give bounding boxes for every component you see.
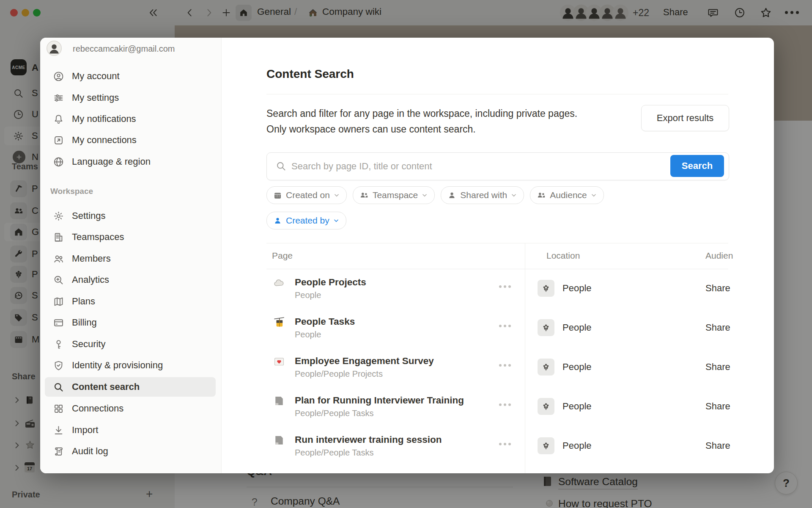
menu-item-plans[interactable]: Plans	[40, 292, 221, 311]
map-icon	[52, 295, 65, 308]
bell-icon	[52, 113, 65, 125]
grid-icon	[52, 402, 65, 415]
chevron-down-icon	[333, 218, 339, 224]
search-input[interactable]	[291, 153, 681, 180]
menu-item-content-search[interactable]: Content search	[40, 378, 221, 396]
menu-item-my-connections[interactable]: My connections	[40, 131, 221, 149]
menu-item-connections[interactable]: Connections	[40, 399, 221, 418]
table-row[interactable]: Plan for Running Interviewer Training Pe…	[266, 387, 774, 426]
scroll-icon	[52, 445, 65, 458]
people-icon	[52, 252, 65, 265]
menu-item-language-region[interactable]: Language & region	[40, 152, 221, 171]
account-avatar	[47, 41, 62, 56]
cable-car-icon	[273, 316, 285, 329]
menu-item-analytics[interactable]: Analytics	[40, 271, 221, 289]
search-icon	[275, 160, 287, 172]
table-row[interactable]: Run interviewer training session People/…	[266, 426, 774, 466]
person-circle-icon	[52, 70, 65, 83]
gear-icon	[52, 210, 65, 222]
filter-created-by[interactable]: Created by	[266, 212, 346, 229]
column-header-location: Location	[546, 251, 580, 261]
search-icon	[52, 381, 65, 393]
chevron-down-icon	[591, 192, 597, 198]
settings-modal: rebeccamcakir@gmail.com My account My se…	[40, 38, 774, 473]
person-icon	[447, 191, 456, 200]
menu-item-import[interactable]: Import	[40, 421, 221, 439]
credit-card-icon	[52, 316, 65, 329]
globe-icon	[52, 155, 65, 168]
calendar-icon	[273, 191, 282, 200]
page-title: Content Search	[266, 67, 728, 81]
gray-page-icon	[273, 434, 285, 447]
key-icon	[52, 338, 65, 351]
row-more-options-icon[interactable]	[499, 285, 511, 288]
menu-item-audit-log[interactable]: Audit log	[40, 442, 221, 461]
sliders-icon	[52, 91, 65, 104]
people-icon	[537, 190, 546, 200]
content-search-bar	[266, 152, 729, 180]
teamspace-flower-icon	[538, 398, 554, 415]
teamspace-flower-icon	[538, 359, 554, 375]
menu-item-settings[interactable]: Settings	[40, 207, 221, 225]
arrow-up-right-box-icon	[52, 134, 65, 146]
row-more-options-icon[interactable]	[499, 325, 511, 327]
column-header-page: Page	[272, 251, 293, 261]
settings-sidebar: rebeccamcakir@gmail.com My account My se…	[40, 38, 222, 473]
teamspace-flower-icon	[538, 280, 554, 297]
menu-item-my-settings[interactable]: My settings	[40, 88, 221, 107]
menu-item-identity-provisioning[interactable]: Identity & provisioning	[40, 356, 221, 375]
chevron-down-icon	[511, 192, 517, 198]
page-description: Search and filter for any page in the wo…	[266, 106, 689, 137]
menu-item-teamspaces[interactable]: Teamspaces	[40, 228, 221, 246]
teamspace-flower-icon	[538, 319, 554, 336]
download-icon	[52, 424, 65, 436]
settings-content: Content Search Search and filter for any…	[221, 38, 774, 473]
chevron-down-icon	[422, 192, 428, 198]
shield-check-icon	[52, 359, 65, 372]
filter-shared-with[interactable]: Shared with	[441, 186, 524, 204]
menu-item-my-notifications[interactable]: My notifications	[40, 110, 221, 128]
divider	[266, 94, 728, 94]
person-icon	[273, 216, 282, 225]
table-top-border	[266, 243, 728, 243]
teamspace-flower-icon	[538, 437, 554, 454]
gray-page-icon	[273, 395, 285, 407]
menu-item-security[interactable]: Security	[40, 335, 221, 353]
table-row[interactable]: People Tasks People People Share	[266, 308, 774, 348]
workspace-section-header: Workspace	[50, 187, 93, 196]
love-letter-icon	[273, 355, 285, 368]
people-icon	[359, 190, 369, 200]
cloud-icon	[273, 276, 285, 289]
row-more-options-icon[interactable]	[499, 443, 511, 445]
filter-teamspace[interactable]: Teamspace	[353, 186, 435, 204]
magnifier-plus-icon	[52, 273, 65, 286]
active-filter-row: Created by	[266, 212, 346, 229]
table-row[interactable]: People Projects People People Share	[266, 269, 774, 308]
filter-audience[interactable]: Audience	[530, 186, 604, 204]
row-more-options-icon[interactable]	[499, 364, 511, 367]
search-button[interactable]: Search	[670, 155, 724, 177]
chevron-down-icon	[334, 192, 340, 198]
account-email: rebeccamcakir@gmail.com	[73, 44, 175, 54]
filter-chip-row: Created on Teamspace Shared with Audienc…	[266, 186, 604, 204]
menu-item-my-account[interactable]: My account	[40, 67, 221, 86]
menu-item-members[interactable]: Members	[40, 249, 221, 268]
row-more-options-icon[interactable]	[499, 403, 511, 406]
export-results-button[interactable]: Export results	[641, 105, 729, 131]
table-row[interactable]: Employee Engagement Survey People/People…	[266, 348, 774, 387]
filter-created-on[interactable]: Created on	[266, 186, 347, 204]
menu-item-billing[interactable]: Billing	[40, 313, 221, 332]
column-header-audience: Audien	[705, 251, 733, 261]
building-icon	[52, 231, 65, 243]
